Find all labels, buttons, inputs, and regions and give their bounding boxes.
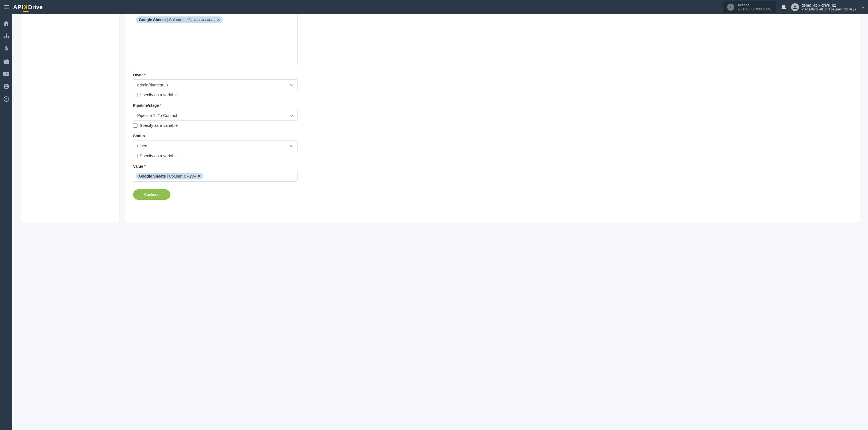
chevron-down-icon xyxy=(290,113,293,118)
pipeline-select[interactable]: Pipeline 1: To Contact xyxy=(133,110,298,121)
actions-used: 25'138 xyxy=(738,7,748,11)
avatar-icon xyxy=(791,3,799,11)
actions-pct: (50%) xyxy=(763,7,773,11)
plan-line: Plan |Start| left until payment 31 days xyxy=(802,7,856,11)
svg-text:?: ? xyxy=(5,97,7,101)
svg-rect-7 xyxy=(5,59,7,60)
chevron-down-icon xyxy=(290,83,293,87)
actions-usage-box[interactable]: i Actions: 25'138 / 50'000 (50%) xyxy=(723,1,776,13)
svg-point-0 xyxy=(794,5,796,7)
sidebar-connections-icon[interactable] xyxy=(3,33,10,39)
sidebar-billing-icon[interactable]: $ xyxy=(3,45,10,52)
sidebar-briefcase-icon[interactable] xyxy=(3,58,10,64)
value-label: Value xyxy=(133,164,298,168)
status-specify-variable[interactable]: Specify as a variable xyxy=(133,153,298,158)
status-specify-checkbox[interactable] xyxy=(133,154,137,158)
user-block[interactable]: demo_apix-drive_s2 Plan |Start| left unt… xyxy=(791,3,865,11)
pipeline-specify-variable[interactable]: Specify as a variable xyxy=(133,123,298,128)
chip-remove-icon[interactable]: ✕ xyxy=(217,18,220,22)
svg-rect-4 xyxy=(8,37,9,38)
owner-select[interactable]: admin(tinatest3 ) xyxy=(133,79,298,90)
sidebar-youtube-icon[interactable] xyxy=(3,70,10,77)
svg-rect-2 xyxy=(4,37,5,38)
info-icon: i xyxy=(727,4,734,11)
sidebar-help-icon[interactable]: ? xyxy=(3,96,10,102)
sidebar-account-icon[interactable] xyxy=(3,83,10,90)
svg-point-10 xyxy=(5,85,7,87)
left-sidebar-panel xyxy=(21,14,119,222)
chevron-down-icon[interactable] xyxy=(861,5,865,9)
actions-slash: / xyxy=(748,7,751,11)
brand-api: API xyxy=(13,4,23,10)
owner-specify-checkbox[interactable] xyxy=(133,93,137,97)
chevron-down-icon xyxy=(290,144,293,148)
svg-rect-3 xyxy=(6,37,7,38)
main-form-panel: Google Sheets | Column I: «New collectio… xyxy=(125,14,860,222)
sidebar-home-icon[interactable] xyxy=(3,20,10,27)
actions-label: Actions: xyxy=(738,3,772,7)
svg-rect-1 xyxy=(6,33,7,35)
svg-rect-6 xyxy=(4,60,9,64)
pipeline-specify-checkbox[interactable] xyxy=(133,123,137,128)
pipeline-label: Pipeline/stage xyxy=(133,103,298,108)
actions-total: 50'000 xyxy=(751,7,762,11)
owner-label: Owner xyxy=(133,73,298,77)
brand-x: X xyxy=(24,3,28,11)
chip-remove-icon[interactable]: ✕ xyxy=(197,174,200,178)
status-label: Status xyxy=(133,134,298,138)
topbar: APIXDrive i Actions: 25'138 / 50'000 (50… xyxy=(0,0,868,14)
brand-logo[interactable]: APIXDrive xyxy=(13,3,42,11)
svg-text:$: $ xyxy=(5,46,8,51)
user-name: demo_apix-drive_s2 xyxy=(802,3,856,7)
status-select[interactable]: Open xyxy=(133,140,298,151)
owner-specify-variable[interactable]: Specify as a variable xyxy=(133,92,298,97)
continue-button[interactable]: Continue xyxy=(133,189,170,200)
description-textarea[interactable]: Google Sheets | Column I: «New collectio… xyxy=(133,14,298,65)
notifications-icon[interactable] xyxy=(781,4,786,10)
variable-chip[interactable]: Google Sheets | Column I: «New collectio… xyxy=(136,17,222,23)
variable-chip[interactable]: Google Sheets | Column J: «20» ✕ xyxy=(136,173,203,180)
sidebar: $ ? xyxy=(0,14,12,231)
value-input[interactable]: Google Sheets | Column J: «20» ✕ xyxy=(133,171,298,182)
brand-drive: Drive xyxy=(28,4,43,10)
hamburger-menu-icon[interactable] xyxy=(3,4,10,10)
